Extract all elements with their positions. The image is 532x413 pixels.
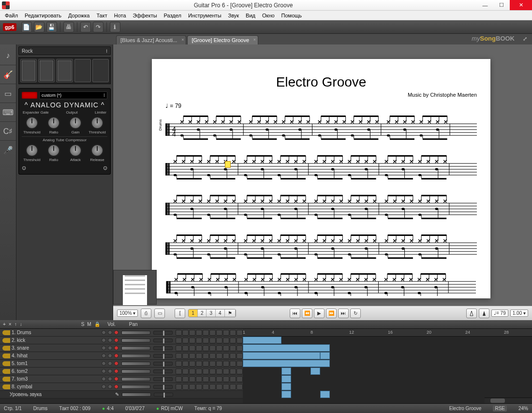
view-toggles[interactable] [176,376,243,382]
clip[interactable] [320,352,330,359]
knob-threshold[interactable]: Threshold [22,117,42,134]
chord-icon[interactable]: C♯ [2,125,15,137]
master-level-row[interactable]: Уровень звука✎ [0,391,243,398]
loop-begin-button[interactable]: ⟦ [175,309,185,318]
clip[interactable] [281,375,291,383]
view-screen-button[interactable]: ▭ [154,309,165,318]
section-markers[interactable]: 1 2 3 4 ⚑ [188,309,236,317]
solo-toggle[interactable] [102,377,106,381]
clip[interactable] [281,391,291,398]
power-led-icon[interactable] [22,92,37,99]
view-toggles[interactable] [176,345,243,351]
pedal-slot-1[interactable] [20,59,37,82]
save-button[interactable]: 💾 [46,22,57,32]
clip[interactable] [320,391,330,398]
add-track-icon[interactable]: + [3,322,6,327]
close-button[interactable]: ✕ [510,0,532,10]
pan-knob[interactable] [153,362,173,366]
info-button[interactable]: ℹ [110,22,120,32]
redo-button[interactable]: ↷ [93,22,103,32]
track-row[interactable]: 5. tom1 [0,360,243,368]
view-toggles[interactable] [176,361,243,367]
mute-toggle[interactable] [108,346,112,350]
zoom-select[interactable]: 100% ▾ [117,310,138,317]
open-button[interactable]: 📂 [34,22,44,32]
music-stave-4[interactable] [165,232,477,263]
preset-select[interactable]: Rock ⁞ [18,46,111,55]
pan-knob[interactable] [153,385,173,389]
pedal-slot-2[interactable] [38,59,55,82]
solo-toggle[interactable] [102,354,106,358]
move-down-icon[interactable]: ↓ [20,322,22,327]
last-button[interactable]: ⏭ [338,309,349,318]
knob-ratio[interactable]: Ratio [44,117,64,134]
mute-toggle[interactable] [108,369,112,373]
pan-knob[interactable] [153,346,173,350]
pan-knob[interactable] [153,377,173,381]
solo-toggle[interactable] [102,346,106,350]
solo-toggle[interactable] [102,338,106,342]
expand-icon[interactable]: ⤢ [523,36,527,42]
rse-badge[interactable]: RSE [493,405,507,412]
mute-toggle[interactable] [108,361,112,366]
arrangement-timeline[interactable]: 1481216202428 [243,329,532,403]
track-row[interactable]: 4. hihat [0,352,243,360]
mute-toggle[interactable] [108,330,112,335]
mic-icon[interactable]: 🎤 [2,144,15,156]
forward-button[interactable]: ⏩ [326,309,337,318]
volume-slider[interactable] [121,331,150,335]
menu-file[interactable]: Файл [2,12,21,19]
countdown-button[interactable] [479,309,489,318]
menu-note[interactable]: Нота [111,12,129,19]
menu-view[interactable]: Вид [243,12,258,19]
view-toggles[interactable] [176,338,243,343]
track-row[interactable]: 6. tom2 [0,368,243,375]
score-page[interactable]: Electro Groove Music by Christophe Maert… [152,59,490,298]
track-row[interactable]: 8. cymbal [0,383,243,391]
mute-toggle[interactable] [108,384,112,389]
clip[interactable] [310,368,320,375]
menu-bar-item[interactable]: Такт [93,12,110,19]
track-row[interactable]: 2. kick [0,337,243,344]
pencil-icon[interactable]: ✎ [115,392,119,397]
pan-knob[interactable] [153,354,173,358]
keyboard-icon[interactable]: ⌨ [2,106,15,118]
flag-icon[interactable]: ⚑ [225,310,236,317]
maximize-button[interactable]: ☐ [493,0,510,10]
clip[interactable] [243,352,320,359]
view-toggles[interactable] [176,384,243,390]
mute-toggle[interactable] [108,354,112,358]
rewind-button[interactable]: ⏪ [302,309,312,318]
record-toggle[interactable] [114,330,118,335]
volume-slider[interactable] [121,377,150,381]
record-toggle[interactable] [114,346,118,350]
guitar-icon[interactable]: 🎸 [2,68,15,81]
solo-toggle[interactable] [102,330,106,335]
view-toggles[interactable] [176,369,243,374]
pan-knob[interactable] [153,339,173,342]
loop-button[interactable]: ↻ [350,309,361,318]
mute-toggle[interactable] [108,377,112,381]
volume-slider[interactable] [121,369,150,373]
volume-slider[interactable] [121,339,150,342]
clip[interactable] [243,360,330,367]
view-page-button[interactable]: ⎙ [141,309,151,318]
volume-slider[interactable] [121,362,150,366]
knob-ratio2[interactable]: Ratio [44,144,64,162]
clip[interactable] [243,337,281,344]
knob-attack[interactable]: Attack [65,144,86,162]
record-toggle[interactable] [114,377,118,381]
menu-tools[interactable]: Инструменты [185,12,224,19]
record-toggle[interactable] [114,361,118,366]
first-button[interactable]: ⏮ [290,309,300,318]
horizontal-scrollbar[interactable] [485,398,532,403]
record-toggle[interactable] [114,384,118,389]
record-toggle[interactable] [114,338,118,342]
pedal-slot-empty[interactable] [92,59,109,82]
document-tab-active[interactable]: [Groove] Electro Groove × [187,35,258,44]
note-icon[interactable]: ♪ [2,49,15,62]
pan-knob[interactable] [153,331,173,335]
track-row[interactable]: 3. snare [0,344,243,352]
undo-button[interactable]: ↶ [80,22,91,32]
remove-track-icon[interactable]: × [9,322,12,327]
